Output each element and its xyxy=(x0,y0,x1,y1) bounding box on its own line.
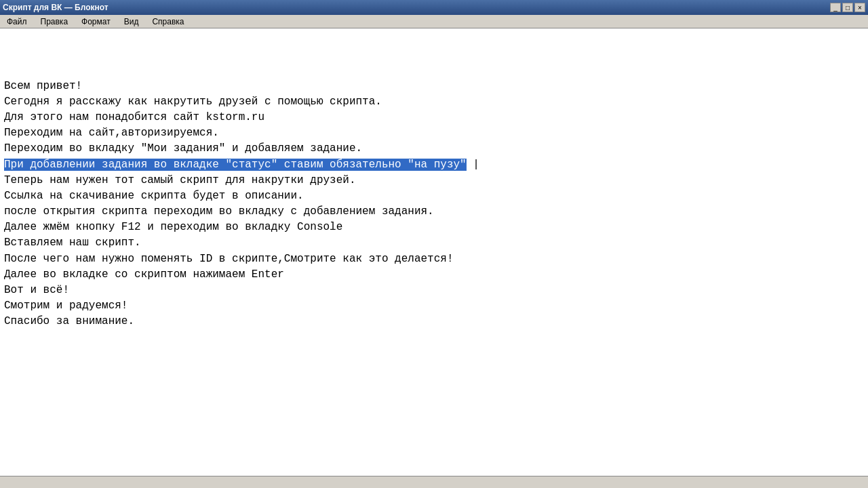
text-line: После чего нам нужно поменять ID в скрип… xyxy=(4,251,864,267)
text-line: Далее во вкладке со скриптом нажимаем En… xyxy=(4,267,864,283)
minimize-button[interactable]: _ xyxy=(830,3,841,12)
text-line: Спасибо за внимание. xyxy=(4,314,864,329)
status-bar xyxy=(0,476,868,488)
menu-view[interactable]: Вид xyxy=(120,16,143,27)
menu-help[interactable]: Справка xyxy=(148,16,188,27)
text-line: Смотрим и радуемся! xyxy=(4,298,864,314)
text-line: после открытия скрипта переходим во вкла… xyxy=(4,204,864,220)
text-line: Переходим во вкладку "Мои задания" и доб… xyxy=(4,141,864,157)
menu-bar: Файл Правка Формат Вид Справка xyxy=(0,15,868,28)
text-line: Теперь нам нужен тот самый скрипт для на… xyxy=(4,173,864,188)
title-bar: Скрипт для ВК — Блокнот _ □ × xyxy=(0,0,868,15)
text-line: Переходим на сайт,авторизируемся. xyxy=(4,125,864,141)
text-editor[interactable]: Всем привет!Сегодня я расскажу как накру… xyxy=(0,28,868,476)
text-line: Всем привет! xyxy=(4,79,864,94)
text-line: Для этого нам понадобится сайт kstorm.ru xyxy=(4,110,864,125)
title-bar-controls: _ □ × xyxy=(830,3,865,12)
text-cursor: | xyxy=(467,159,479,171)
menu-edit[interactable]: Правка xyxy=(37,16,73,27)
text-line: При добавлении задания во вкладке "стату… xyxy=(4,157,864,173)
close-button[interactable]: × xyxy=(854,3,865,12)
text-line: Сегодня я расскажу как накрутить друзей … xyxy=(4,94,864,110)
text-content[interactable]: Всем привет!Сегодня я расскажу как накру… xyxy=(4,31,864,330)
selected-text: При добавлении задания во вкладке "стату… xyxy=(4,159,467,171)
text-line: Вот и всё! xyxy=(4,283,864,298)
menu-format[interactable]: Формат xyxy=(77,16,115,27)
maximize-button[interactable]: □ xyxy=(842,3,853,12)
window-title: Скрипт для ВК — Блокнот xyxy=(3,3,108,12)
text-line: Ссылка на скачивание скрипта будет в опи… xyxy=(4,188,864,204)
text-line: Далее жмём кнопку F12 и переходим во вкл… xyxy=(4,220,864,235)
text-line: Вставляем наш скрипт. xyxy=(4,235,864,251)
menu-file[interactable]: Файл xyxy=(3,16,31,27)
